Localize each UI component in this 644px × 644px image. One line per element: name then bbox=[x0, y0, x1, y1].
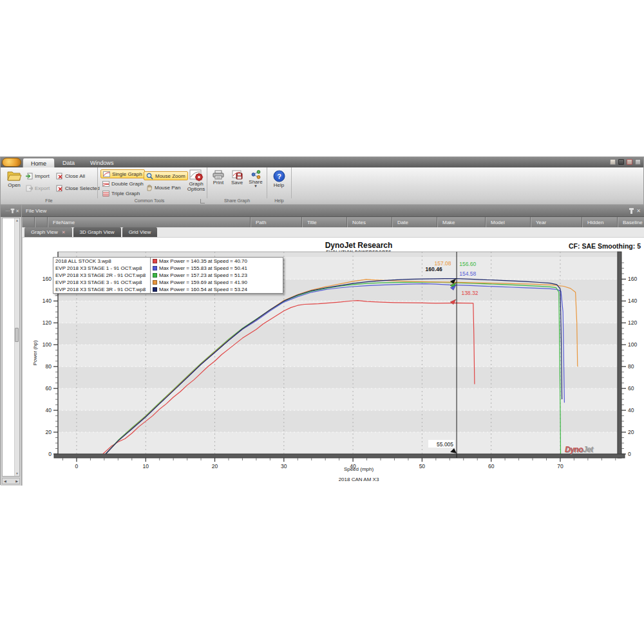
y-tick-label: 80 bbox=[628, 363, 634, 370]
ribbon-tab-data[interactable]: Data bbox=[55, 158, 82, 167]
view-tabs: Graph View ✕ 3D Graph View Grid View bbox=[22, 227, 644, 238]
callout-value-2: 156.60 bbox=[459, 261, 476, 267]
import-button[interactable]: Import bbox=[24, 171, 52, 180]
column-notes[interactable]: Notes bbox=[347, 217, 392, 227]
export-button[interactable]: Export bbox=[24, 184, 52, 193]
tab-grid-view[interactable]: Grid View bbox=[122, 227, 158, 237]
single-graph-button[interactable]: Single Graph bbox=[100, 169, 145, 178]
close-icon[interactable]: ✕ bbox=[15, 209, 19, 214]
cursor-speed-label: 55.005 bbox=[437, 441, 453, 448]
save-button[interactable]: Save bbox=[229, 170, 245, 185]
column-make[interactable]: Make bbox=[437, 217, 486, 227]
close-selected-label: Close Selected bbox=[65, 185, 100, 191]
y-axis-right bbox=[618, 252, 621, 458]
print-button[interactable]: Print bbox=[210, 170, 227, 185]
plot-band bbox=[58, 388, 618, 410]
ribbon-separator bbox=[291, 167, 292, 198]
close-all-button[interactable]: Close All bbox=[54, 171, 87, 180]
dialog-launcher-icon[interactable] bbox=[200, 199, 205, 204]
scrollbar-thumb[interactable] bbox=[15, 328, 19, 342]
column-model[interactable]: Model bbox=[486, 217, 531, 227]
close-selected-button[interactable]: Close Selected bbox=[54, 184, 102, 193]
app-logo-icon[interactable] bbox=[2, 158, 21, 167]
file-list-header: FileName Path Title Notes Date Make Mode… bbox=[22, 217, 644, 227]
plot-band bbox=[58, 366, 618, 388]
ribbon-tab-home[interactable]: Home bbox=[23, 158, 55, 167]
column-baseline[interactable]: Baseline bbox=[618, 217, 644, 227]
legend-filename-1[interactable]: 2018 ALL STOCK 3.wp8 bbox=[53, 258, 150, 265]
open-button[interactable]: Open bbox=[3, 169, 25, 188]
help-button[interactable]: ? Help bbox=[270, 170, 288, 188]
dynojet-watermark: DynoJet bbox=[565, 445, 593, 454]
x-tick-label: 70 bbox=[557, 463, 564, 469]
graph-view-tab-label: Graph View bbox=[31, 229, 58, 235]
ribbon-group-file: Open Import Export bbox=[1, 167, 97, 198]
y-tick-label: 20 bbox=[46, 429, 52, 435]
horizontal-scrollbar[interactable]: ◀▶ bbox=[2, 478, 20, 484]
tab-3d-graph-view[interactable]: 3D Graph View bbox=[73, 227, 121, 237]
tab-graph-view[interactable]: Graph View ✕ bbox=[24, 227, 72, 237]
legend-filename-3[interactable]: EVP 2018 X3 STAGE 2R - 91 OCT.wp8 bbox=[53, 272, 150, 279]
plot-band bbox=[58, 410, 618, 432]
share-dropdown-arrow[interactable]: ▼ bbox=[254, 185, 258, 187]
ribbon-tab-windows[interactable]: Windows bbox=[82, 158, 122, 167]
y-tick-label: 100 bbox=[43, 341, 52, 348]
y-tick-label: 0 bbox=[48, 451, 52, 457]
options-icon[interactable]: ⋯ bbox=[5, 209, 10, 214]
mouse-zoom-button[interactable]: Mouse Zoom bbox=[144, 171, 188, 180]
column-date[interactable]: Date bbox=[392, 217, 437, 227]
titlebar-icon-3[interactable] bbox=[627, 159, 632, 165]
titlebar-icon-4[interactable] bbox=[635, 159, 641, 165]
x-tick-label: 20 bbox=[212, 463, 218, 469]
legend-filename-2[interactable]: EVP 2018 X3 STAGE 1 - 91 OCT.wp8 bbox=[53, 265, 150, 272]
3d-graph-view-tab-label: 3D Graph View bbox=[80, 229, 115, 235]
y-tick-label: 160 bbox=[43, 276, 52, 282]
column-filename[interactable]: FileName bbox=[48, 217, 251, 227]
close-tab-icon[interactable]: ✕ bbox=[62, 230, 66, 235]
ribbon-group-common-tools: Single Graph Double Graph Triple Graph bbox=[98, 167, 207, 198]
graph-options-label: Graph Options bbox=[185, 182, 207, 193]
triple-graph-button[interactable]: Triple Graph bbox=[100, 189, 142, 198]
share-button[interactable]: Share ▼ bbox=[247, 170, 265, 187]
chart-legend: 2018 ALL STOCK 3.wp8EVP 2018 X3 STAGE 1 … bbox=[53, 257, 283, 294]
legend-filename-4[interactable]: EVP 2018 X3 STAGE 3 - 91 OCT.wp8 bbox=[53, 279, 150, 286]
save-label: Save bbox=[231, 180, 243, 185]
legend-value-1: Max Power = 140.35 at Speed = 40.70 bbox=[151, 258, 283, 265]
y-tick-label: 140 bbox=[43, 298, 52, 304]
column-year[interactable]: Year bbox=[531, 217, 582, 227]
pin-icon[interactable] bbox=[630, 208, 632, 214]
x-tick-label: 0 bbox=[75, 463, 79, 469]
common-tools-group-label: Common Tools bbox=[98, 198, 201, 203]
header-spacer bbox=[35, 217, 48, 227]
callout-value-4: 154.58 bbox=[459, 270, 476, 277]
graph-options-icon bbox=[189, 169, 204, 182]
pin-icon[interactable] bbox=[12, 209, 13, 213]
plot-band bbox=[58, 432, 618, 454]
help-group-label: Help bbox=[267, 198, 291, 203]
column-hidden[interactable]: Hidden bbox=[582, 217, 618, 227]
column-title[interactable]: Title bbox=[302, 217, 347, 227]
mouse-pan-button[interactable]: Mouse Pan bbox=[144, 183, 182, 192]
legend-filename-5[interactable]: EVP 2018 X3 STAGE 3R - 91 OCT.wp8 bbox=[53, 286, 150, 293]
titlebar-icon-1[interactable] bbox=[610, 159, 616, 165]
double-graph-button[interactable]: Double Graph bbox=[100, 179, 146, 188]
graph-options-button[interactable]: Graph Options bbox=[185, 169, 207, 193]
file-group-label: File bbox=[1, 198, 97, 203]
legend-value-3: Max Power = 157.23 at Speed = 51.23 bbox=[151, 272, 283, 279]
callout-value-5: 138.32 bbox=[461, 290, 478, 296]
scroll-left-icon[interactable]: ◀ bbox=[4, 479, 6, 483]
graph-view: DynoJet Research EVOLUTION POWERSPORTS C… bbox=[22, 238, 644, 486]
scroll-right-icon[interactable]: ▶ bbox=[15, 479, 18, 483]
titlebar-icons bbox=[610, 159, 641, 165]
titlebar-icon-2[interactable] bbox=[618, 159, 624, 165]
column-path[interactable]: Path bbox=[251, 217, 302, 227]
left-panel-titlebar: ⋯ ✕ bbox=[1, 205, 21, 217]
vertical-scrollbar[interactable]: ▲▼ bbox=[14, 218, 19, 476]
close-all-label: Close All bbox=[65, 173, 85, 179]
close-panel-icon[interactable]: ✕ bbox=[636, 208, 641, 214]
legend-swatch-icon bbox=[153, 273, 157, 278]
x-axis-title: Speed (mph) bbox=[230, 466, 488, 472]
y-tick-label: 40 bbox=[628, 407, 634, 413]
app-window: Home Data Windows Open bbox=[0, 156, 644, 485]
import-label: Import bbox=[35, 173, 50, 179]
